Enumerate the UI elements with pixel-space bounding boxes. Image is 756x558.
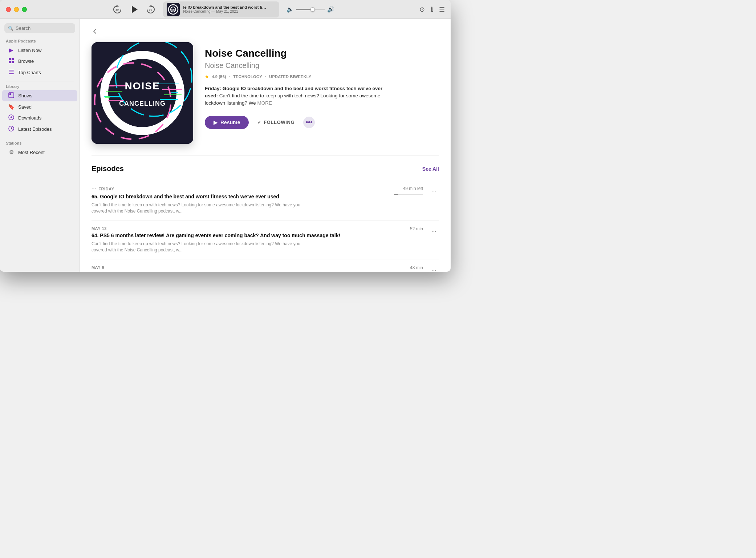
playback-controls: 15 30 (112, 4, 156, 15)
svg-rect-11 (9, 70, 14, 70)
stations-label: Stations (0, 141, 80, 147)
podcast-actions: ▶ Resume ✓ FOLLOWING ••• (205, 116, 394, 129)
titlebar-controls: 15 30 (27, 1, 419, 17)
airplay-icon[interactable]: ⊙ (419, 5, 425, 13)
checkmark-icon: ✓ (257, 120, 261, 125)
svg-rect-7 (9, 58, 11, 60)
maximize-button[interactable] (22, 7, 27, 12)
episode-main-1: MAY 13 64. PS5 6 months later review! Ar… (92, 226, 374, 253)
svg-rect-12 (9, 72, 14, 72)
svg-rect-32 (109, 85, 114, 86)
sidebar-item-shows[interactable]: Shows (2, 90, 77, 101)
svg-rect-15 (9, 93, 11, 95)
sidebar-item-listen-now[interactable]: ▶ Listen Now (2, 45, 77, 56)
library-label: Library (0, 84, 80, 90)
episode-progress-fill-0 (394, 194, 398, 195)
episode-item-1: MAY 13 64. PS5 6 months later review! Ar… (92, 221, 439, 259)
now-playing-artwork: NOISE (167, 3, 180, 16)
svg-text:CANCELLING: CANCELLING (119, 100, 166, 107)
episode-dot-icon: ··· (92, 186, 96, 192)
volume-control[interactable]: 🔈 🔊 (286, 6, 334, 13)
episode-duration-1: 52 min (410, 226, 423, 231)
resume-button[interactable]: ▶ Resume (205, 116, 249, 129)
search-input[interactable] (16, 25, 72, 31)
episodes-header: Episodes See All (92, 165, 439, 173)
apple-podcasts-label: Apple Podcasts (0, 39, 80, 45)
info-icon[interactable]: ℹ (431, 5, 433, 13)
traffic-lights (6, 7, 27, 12)
episode-item-2: MAY 6 63. The best and worst laptops you… (92, 259, 439, 272)
detail-pane: NOISE CANCELLING Noise Cancelling Noise … (80, 19, 451, 272)
svg-rect-8 (12, 58, 14, 60)
episodes-section: Episodes See All ··· FRIDAY 65. Google I… (92, 155, 439, 272)
episode-title-0[interactable]: 65. Google IO breakdown and the best and… (92, 193, 374, 200)
grid-icon (8, 58, 15, 65)
rewind-button[interactable]: 15 (112, 4, 122, 15)
volume-slider[interactable] (296, 9, 325, 10)
sidebar-item-latest-episodes[interactable]: Latest Episodes (2, 124, 77, 135)
episode-desc-0: Can't find the time to keep up with tech… (92, 202, 302, 214)
svg-text:30: 30 (149, 8, 152, 11)
list-icon (8, 69, 15, 76)
forward-button[interactable]: 30 (146, 4, 156, 15)
sidebar-top-charts-label: Top Charts (18, 70, 41, 75)
svg-rect-9 (9, 61, 11, 63)
episode-meta-0: 49 min left (379, 186, 423, 195)
episodes-title: Episodes (92, 165, 124, 173)
clock-icon (8, 126, 15, 133)
episode-date-1: MAY 13 (92, 226, 374, 231)
minimize-button[interactable] (14, 7, 19, 12)
star-icon: ★ (205, 74, 209, 79)
episode-main-0: ··· FRIDAY 65. Google IO breakdown and t… (92, 186, 374, 214)
app-window: 15 30 (0, 0, 451, 272)
search-bar[interactable]: 🔍 (4, 23, 75, 33)
more-options-button[interactable]: ••• (303, 117, 315, 128)
episode-desc-1: Can't find the time to keep up with tech… (92, 241, 302, 253)
titlebar-right: ⊙ ℹ ☰ (419, 5, 445, 13)
episode-more-button-0[interactable]: ··· (429, 186, 439, 196)
more-link[interactable]: MORE (257, 100, 272, 106)
episode-date-0: ··· FRIDAY (92, 186, 374, 192)
episode-progress-0 (394, 194, 423, 195)
episode-duration-2: 48 min (410, 265, 423, 270)
play-button[interactable] (129, 4, 139, 15)
now-playing-subtitle: Noise Cancelling — May 21, 2021 (183, 9, 267, 13)
see-all-link[interactable]: See All (422, 166, 439, 172)
episode-item: ··· FRIDAY 65. Google IO breakdown and t… (92, 180, 439, 221)
svg-text:NOISE: NOISE (125, 80, 160, 92)
close-button[interactable] (6, 7, 11, 12)
svg-marker-1 (132, 6, 138, 13)
now-playing-widget[interactable]: NOISE le IO breakdown and the best and w… (163, 1, 279, 17)
svg-text:15: 15 (115, 8, 119, 11)
sidebar-item-browse[interactable]: Browse (2, 56, 77, 67)
svg-rect-34 (105, 96, 110, 98)
svg-text:NOISE: NOISE (170, 9, 176, 11)
sidebar-item-saved[interactable]: 🔖 Saved (2, 101, 77, 112)
episode-title-2[interactable]: 63. The best and worst laptops you can b… (92, 271, 374, 272)
gear-icon: ⚙ (8, 149, 15, 155)
episode-title-1[interactable]: 64. PS5 6 months later review! Are gamin… (92, 232, 374, 239)
menu-icon[interactable]: ☰ (439, 5, 445, 13)
shows-icon (8, 92, 15, 99)
sidebar-divider-1 (6, 81, 74, 81)
search-icon: 🔍 (8, 26, 13, 31)
episode-main-2: MAY 6 63. The best and worst laptops you… (92, 265, 374, 272)
bookmark-icon: 🔖 (8, 104, 15, 110)
episode-duration-0: 49 min left (403, 186, 423, 191)
podcast-author: Noise Cancelling (205, 61, 394, 70)
svg-rect-14 (9, 93, 14, 98)
sidebar-item-top-charts[interactable]: Top Charts (2, 67, 77, 78)
sidebar-item-most-recent[interactable]: ⚙ Most Recent (2, 147, 77, 158)
volume-thumb (310, 7, 315, 12)
svg-rect-33 (171, 92, 178, 93)
volume-low-icon: 🔈 (286, 6, 294, 13)
sidebar-item-downloads[interactable]: Downloads (2, 112, 77, 124)
rating-value: 4.9 (56) (212, 74, 226, 79)
svg-rect-13 (9, 73, 14, 74)
episode-more-button-2[interactable]: ··· (429, 265, 439, 272)
play-icon: ▶ (214, 120, 218, 125)
category-label: TECHNOLOGY (233, 74, 262, 79)
back-button[interactable] (92, 28, 99, 35)
episode-more-button-1[interactable]: ··· (429, 226, 439, 236)
now-playing-title: le IO breakdown and the best and worst f… (183, 5, 267, 9)
